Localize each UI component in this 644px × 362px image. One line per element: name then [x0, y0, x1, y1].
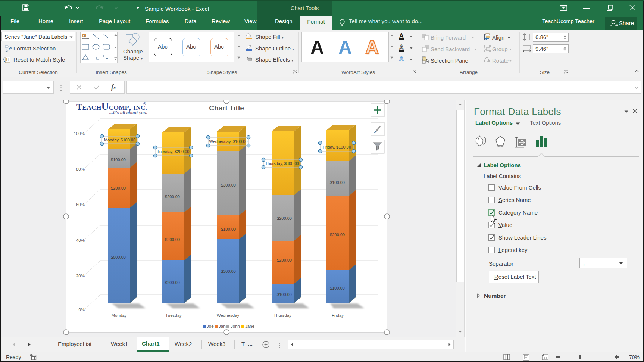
svg-text:$100.00: $100.00 [221, 227, 236, 231]
svg-text:60%: 60% [76, 202, 85, 207]
svg-text:Friday: Friday [332, 313, 344, 318]
svg-text:$100.00: $100.00 [330, 286, 345, 290]
svg-text:Wednesday, $100.00: Wednesday, $100.00 [209, 139, 248, 144]
svg-text:$100.00: $100.00 [277, 292, 292, 297]
svg-text:$100.00: $100.00 [111, 157, 126, 162]
svg-text:80%: 80% [76, 167, 85, 171]
svg-text:Tuesday, $200.00: Tuesday, $200.00 [157, 149, 190, 154]
svg-text:$200.00: $200.00 [330, 233, 345, 237]
svg-text:40%: 40% [76, 238, 85, 243]
svg-text:®: ® [143, 102, 146, 106]
svg-text:$100.00: $100.00 [330, 180, 345, 185]
svg-text:Monday: Monday [112, 313, 127, 318]
svg-text:Thursday, $300.00: Thursday, $300.00 [265, 161, 299, 166]
svg-text:Jane: Jane [245, 324, 254, 328]
svg-text:Joe: Joe [207, 324, 214, 328]
svg-text:Monday, $100.00: Monday, $100.00 [104, 138, 135, 142]
svg-text:$200.00: $200.00 [165, 280, 180, 285]
svg-text:20%: 20% [76, 274, 85, 278]
svg-text:100%: 100% [74, 131, 85, 136]
svg-text:Tuesday: Tuesday [165, 313, 182, 318]
svg-text:$300.00: $300.00 [221, 183, 236, 187]
svg-text:$200.00: $200.00 [165, 237, 180, 242]
svg-text:Friday, $100.00: Friday, $100.00 [323, 145, 351, 149]
svg-text:Chart Title: Chart Title [209, 104, 244, 112]
svg-text:A: A [83, 34, 85, 38]
svg-text:...it's all about you.: ...it's all about you. [109, 110, 147, 115]
svg-text:$200.00: $200.00 [277, 258, 292, 262]
svg-text:$500.00: $500.00 [111, 255, 126, 259]
svg-text:$200.00: $200.00 [111, 186, 126, 190]
svg-text:John: John [231, 324, 240, 328]
svg-text:Thursday: Thursday [273, 313, 291, 318]
svg-text:$200.00: $200.00 [165, 194, 180, 199]
svg-text:$200.00: $200.00 [277, 216, 292, 221]
svg-text:0%: 0% [78, 308, 85, 312]
svg-text:Wednesday: Wednesday [217, 313, 240, 318]
svg-text:$300.00: $300.00 [221, 269, 236, 274]
svg-text:Jan: Jan [219, 324, 226, 328]
